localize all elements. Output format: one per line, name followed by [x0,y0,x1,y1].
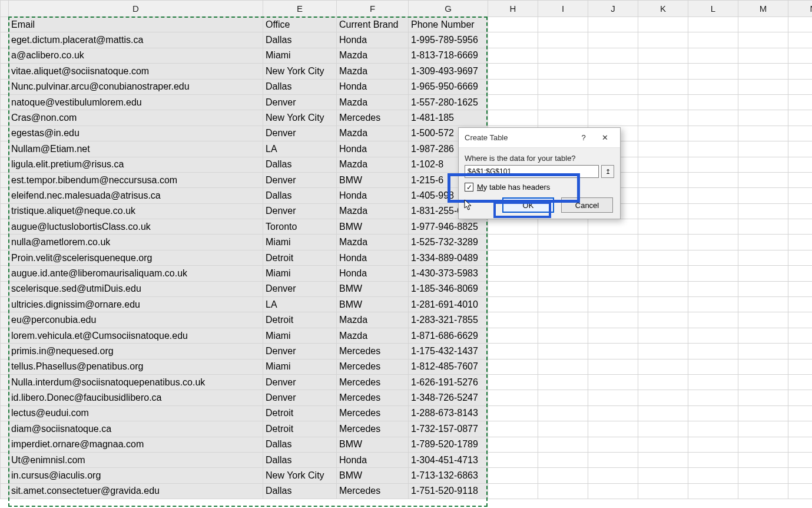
cell[interactable]: Denver [263,281,337,296]
cell[interactable] [588,344,638,359]
cell[interactable]: Miami [263,266,337,281]
cell[interactable]: lorem.vehicula.et@Cumsociisnatoque.edu [9,328,263,343]
cell[interactable]: 1-977-946-8825 [409,219,488,235]
col-header-D[interactable]: D [9,1,263,17]
cell[interactable] [638,421,688,437]
cell[interactable] [488,405,538,421]
cell[interactable] [638,359,688,374]
cell[interactable]: Mazda [337,126,409,141]
cell[interactable]: Detroit [263,405,337,421]
cell[interactable]: tristique.aliquet@neque.co.uk [9,203,263,219]
cell[interactable]: imperdiet.ornare@magnaa.com [9,437,263,452]
cell[interactable]: 1-713-132-6863 [409,468,488,483]
cell[interactable] [638,48,688,63]
cell[interactable] [638,188,688,203]
cell[interactable]: 1-430-373-5983 [409,266,488,281]
cell[interactable] [738,250,788,265]
cell[interactable] [588,48,638,63]
cell[interactable] [638,468,688,483]
cell[interactable] [688,390,738,405]
table-row[interactable]: lorem.vehicula.et@Cumsociisnatoque.eduMi… [1,328,813,343]
cell[interactable]: Dallas [263,79,337,94]
cell[interactable] [788,32,813,48]
cell[interactable]: tellus.Phasellus@penatibus.org [9,359,263,374]
cell[interactable]: 1-995-789-5956 [409,32,488,48]
cell[interactable] [688,344,738,359]
cell[interactable] [738,483,788,499]
cell[interactable]: primis.in@nequesed.org [9,344,263,359]
cell[interactable] [538,17,588,32]
cell[interactable]: Mazda [337,157,409,172]
cell[interactable]: LA [263,297,337,312]
cell[interactable]: Denver [263,126,337,141]
row-header[interactable] [1,421,9,437]
cell[interactable]: sit.amet.consectetuer@gravida.edu [9,483,263,499]
cell[interactable] [588,79,638,94]
cell[interactable] [688,437,738,452]
cell[interactable]: Mercedes [337,344,409,359]
cell[interactable]: eu@perconubia.edu [9,312,263,328]
cell[interactable]: ligula.elit.pretium@risus.ca [9,157,263,172]
cell[interactable] [738,297,788,312]
range-collapse-button[interactable]: ↥ [601,165,614,178]
cell[interactable]: Denver [263,344,337,359]
cell[interactable] [488,219,538,235]
cell[interactable]: Detroit [263,250,337,265]
cell[interactable] [538,344,588,359]
cell[interactable] [488,468,538,483]
cell[interactable] [638,126,688,141]
col-header-G[interactable]: G [409,1,488,17]
cell[interactable]: Honda [337,188,409,203]
cell[interactable]: Phone Number [409,17,488,32]
cell[interactable]: Ut@enimnisl.com [9,452,263,467]
cell[interactable] [538,64,588,79]
cell[interactable]: Denver [263,203,337,219]
cell[interactable]: Miami [263,359,337,374]
cell[interactable] [488,32,538,48]
cell[interactable]: Mazda [337,94,409,110]
cell[interactable] [538,437,588,452]
cell[interactable] [688,48,738,63]
table-row[interactable]: ligula.elit.pretium@risus.caDallasMazda1… [1,157,813,172]
cell[interactable] [738,48,788,63]
row-header[interactable] [1,344,9,359]
cell[interactable] [738,203,788,219]
cell[interactable]: New York City [263,468,337,483]
col-header-L[interactable]: L [688,1,738,17]
cell[interactable]: Dallas [263,157,337,172]
cell[interactable]: vitae.aliquet@sociisnatoque.com [9,64,263,79]
cell[interactable]: a@aclibero.co.uk [9,48,263,63]
dialog-help-button[interactable]: ? [573,130,594,146]
cell[interactable] [538,483,588,499]
cell[interactable] [788,188,813,203]
cell[interactable] [738,94,788,110]
cell[interactable] [638,250,688,265]
cell[interactable] [638,172,688,187]
cell[interactable] [638,297,688,312]
cell[interactable] [738,390,788,405]
cell[interactable] [688,79,738,94]
cell[interactable]: 1-481-185 [409,110,488,126]
dialog-titlebar[interactable]: Create Table ? ✕ [459,128,620,148]
cell[interactable] [488,235,538,250]
cell[interactable]: scelerisque.sed@utmiDuis.edu [9,281,263,296]
cell[interactable]: Mazda [337,64,409,79]
cell[interactable] [738,219,788,235]
cell[interactable] [788,344,813,359]
cell[interactable]: Mercedes [337,374,409,390]
row-header[interactable] [1,235,9,250]
row-header[interactable] [1,405,9,421]
cell[interactable]: 1-812-485-7607 [409,359,488,374]
cell[interactable] [788,235,813,250]
table-row[interactable]: ultricies.dignissim@ornare.eduLABMW1-281… [1,297,813,312]
cell[interactable] [538,32,588,48]
row-header[interactable] [1,203,9,219]
cell[interactable]: diam@sociisnatoque.ca [9,421,263,437]
cell[interactable] [688,157,738,172]
cell[interactable]: 1-813-718-6669 [409,48,488,63]
cell[interactable]: Dallas [263,32,337,48]
cell[interactable]: Mercedes [337,421,409,437]
dialog-close-button[interactable]: ✕ [594,130,615,146]
cell[interactable] [588,64,638,79]
cell[interactable]: est.tempor.bibendum@neccursusa.com [9,172,263,187]
